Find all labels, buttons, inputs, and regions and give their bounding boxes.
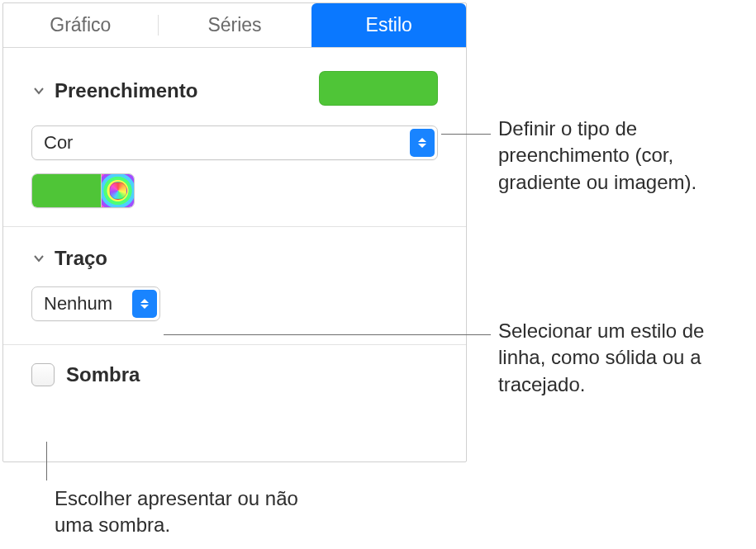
callout-shadow-toggle: Escolher apresentar ou não uma sombra. [55, 485, 302, 539]
stroke-section-title: Traço [55, 247, 107, 270]
callout-fill-type: Definir o tipo de preenchimento (cor, gr… [498, 116, 746, 196]
shadow-label: Sombra [66, 363, 140, 386]
fill-type-popup[interactable]: Cor [31, 125, 438, 160]
fill-color-swatch[interactable] [32, 174, 101, 207]
popup-indicator-icon [132, 290, 157, 318]
callout-stroke-style-text: Selecionar um estilo de linha, como sóli… [498, 319, 704, 395]
tab-chart-label: Gráfico [50, 14, 111, 36]
callout-line [164, 334, 491, 335]
tab-series[interactable]: Séries [158, 3, 312, 47]
stroke-section-header[interactable]: Traço [31, 234, 438, 283]
fill-section: Preenchimento Cor [3, 48, 466, 227]
callout-line [46, 442, 47, 480]
fill-color-well[interactable] [31, 173, 135, 208]
fill-section-title: Preenchimento [55, 79, 197, 102]
callout-shadow-toggle-text: Escolher apresentar ou não uma sombra. [55, 487, 298, 536]
chevron-down-icon [31, 251, 46, 266]
color-picker-button[interactable] [101, 174, 134, 207]
tab-style[interactable]: Estilo [311, 3, 466, 47]
style-inspector-panel: Gráfico Séries Estilo Preenchimento Cor [2, 2, 467, 462]
fill-preview-swatch[interactable] [319, 71, 438, 106]
inspector-tabs: Gráfico Séries Estilo [3, 3, 466, 48]
shadow-checkbox[interactable] [31, 363, 55, 386]
shadow-section: Sombra [3, 345, 466, 386]
chevron-down-icon [31, 83, 46, 98]
popup-indicator-icon [410, 129, 435, 157]
tab-series-label: Séries [207, 14, 261, 36]
stroke-style-popup[interactable]: Nenhum [31, 286, 160, 321]
callout-stroke-style: Selecionar um estilo de linha, como sóli… [498, 318, 746, 398]
callout-line [441, 134, 491, 135]
fill-color-row [31, 173, 438, 208]
tab-style-label: Estilo [366, 14, 412, 36]
tab-chart[interactable]: Gráfico [3, 3, 158, 47]
color-wheel-icon [109, 182, 127, 200]
stroke-style-value: Nenhum [44, 293, 112, 315]
fill-type-value: Cor [44, 132, 73, 154]
callout-fill-type-text: Definir o tipo de preenchimento (cor, gr… [498, 117, 697, 193]
stroke-section: Traço Nenhum [3, 227, 466, 345]
